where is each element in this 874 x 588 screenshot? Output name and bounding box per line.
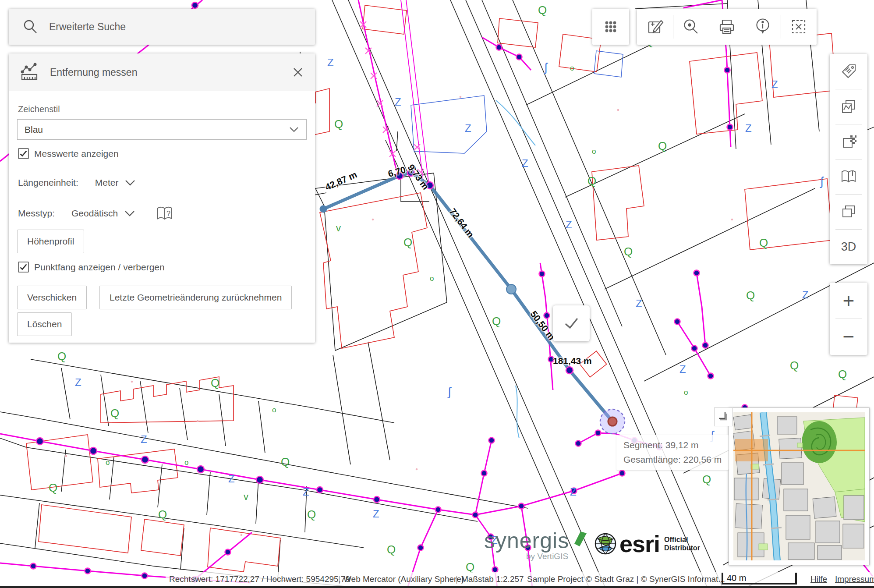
search-icon (22, 18, 39, 35)
transparency-button[interactable] (830, 124, 867, 159)
status-separator: | (456, 574, 458, 584)
zoom-in-button[interactable]: + (830, 283, 867, 319)
imprint-link[interactable]: Impressum (835, 574, 874, 584)
measure-distance-icon (19, 62, 39, 82)
minimap-canvas[interactable] (733, 412, 865, 560)
minimap-collapse-button[interactable] (714, 407, 733, 426)
measure-type-value[interactable]: Geodätisch (71, 208, 118, 219)
legend-book-icon (840, 168, 857, 185)
map-overlay-icon (840, 98, 857, 115)
chevron-down-icon[interactable] (124, 179, 136, 187)
measure-type-row: Messtyp: Geodätisch ? (18, 205, 174, 221)
map-overlay-button[interactable] (830, 89, 867, 124)
collapse-corner-icon (717, 411, 730, 424)
style-select-value: Blau (25, 124, 43, 135)
print-button[interactable] (709, 9, 745, 45)
scale-readout: Maßstab 1:2.257 (461, 574, 524, 584)
apps-menu-button[interactable] (592, 9, 629, 45)
check-icon (562, 314, 581, 333)
print-icon (717, 17, 737, 37)
synergis-leaf-icon (571, 529, 589, 548)
tag-tool-button[interactable] (830, 54, 867, 89)
confirm-measurement-button[interactable] (553, 305, 590, 341)
synergis-logo: synergis by VertiGIS (484, 528, 589, 561)
measurement-tooltip: Segment: 39,12 m Gesamtlänge: 220,56 m (616, 435, 729, 470)
check-icon (19, 149, 28, 158)
projection-label: Web Mercator (Auxiliary Sphere) (343, 574, 464, 584)
undo-geometry-button[interactable]: Letzte Geometrieänderung zurücknehmen (99, 286, 292, 309)
map-windows-button[interactable] (830, 194, 867, 229)
length-unit-value[interactable]: Meter (95, 177, 119, 188)
attribution-text: Sample Project © Stadt Graz | © SynerGIS… (527, 574, 725, 584)
side-toolbar: 3D (830, 54, 867, 264)
scale-bar: 40 m (722, 573, 797, 584)
style-select[interactable]: Blau (17, 119, 307, 140)
esri-logo: esri Official Distributor (594, 530, 700, 557)
panel-title: Entfernung messen (50, 67, 291, 78)
snap-label: Punktfang anzeigen / verbergen (34, 262, 165, 273)
esri-wordmark: esri (619, 530, 660, 557)
total-length-label: 181,43 m (553, 356, 592, 366)
3d-label: 3D (841, 240, 856, 254)
redline-edit-icon (645, 17, 665, 37)
search-bar[interactable]: Erweiterte Suche (9, 9, 315, 45)
tooltip-total: Gesamtlänge: 220,56 m (623, 453, 722, 467)
esri-distributor: Distributor (664, 544, 700, 552)
snap-nodes-on-line (396, 169, 573, 374)
zoom-out-button[interactable]: − (830, 319, 867, 354)
esri-official: Official (664, 535, 700, 544)
help-book-icon[interactable]: ? (156, 205, 174, 221)
measurement-vertices[interactable] (320, 205, 517, 294)
search-placeholder: Erweiterte Suche (49, 21, 126, 33)
synergis-byline: by VertiGIS (526, 552, 589, 561)
info-pin-icon (753, 17, 773, 37)
tooltip-segment: Segment: 39,12 m (623, 438, 722, 453)
bottom-edge-bar (0, 586, 874, 588)
svg-text:?: ? (166, 210, 170, 217)
elevation-profile-button[interactable]: Höhenprofil (17, 230, 84, 253)
clear-selection-button[interactable] (781, 9, 817, 45)
help-link[interactable]: Hilfe (810, 574, 827, 584)
delete-button[interactable]: Löschen (17, 312, 72, 336)
measure-distance-panel: Entfernung messen Zeichenstil Blau Messw… (9, 53, 315, 343)
transparency-icon (840, 133, 857, 150)
synergis-wordmark: synergis (484, 528, 569, 553)
chevron-down-icon[interactable] (124, 210, 135, 217)
length-unit-label: Längeneinheit: (18, 177, 78, 188)
clear-selection-icon (789, 17, 809, 37)
redline-edit-button[interactable] (637, 9, 673, 45)
maptip-info-button[interactable] (745, 9, 781, 45)
app-window: QQ QQ QQ QQ QQ QQ QQ QQ QQ QQ QQ vv oo o… (0, 0, 874, 588)
check-icon (19, 263, 28, 271)
close-icon[interactable] (291, 66, 304, 79)
map-windows-icon (840, 203, 857, 220)
measurement-line[interactable] (323, 173, 612, 422)
panel-header: Entfernung messen (9, 53, 315, 91)
zoom-controls: + − (830, 283, 867, 355)
style-label: Zeichenstil (18, 104, 60, 114)
scale-bar-label: 40 m (727, 573, 746, 583)
show-values-row[interactable]: Messwerte anzeigen (18, 148, 119, 159)
zoom-search-icon (681, 17, 701, 37)
overview-minimap[interactable] (729, 407, 870, 565)
chevron-down-icon (289, 126, 299, 133)
tag-icon (840, 63, 857, 80)
legend-book-button[interactable] (830, 159, 867, 194)
esri-globe-icon (594, 532, 617, 555)
length-unit-row: Längeneinheit: Meter (18, 177, 136, 188)
3d-view-button[interactable]: 3D (830, 229, 867, 264)
coordinate-readout: Rechtswert: 1717722,27 / Hochwert: 59542… (169, 574, 350, 584)
snap-checkbox[interactable] (18, 262, 29, 273)
snap-toggle-row[interactable]: Punktfang anzeigen / verbergen (18, 262, 165, 273)
zoom-search-button[interactable] (673, 9, 709, 45)
send-button[interactable]: Verschicken (17, 286, 87, 309)
map-toolbar (637, 9, 817, 45)
measure-type-label: Messtyp: (18, 208, 55, 219)
snap-cursor[interactable] (600, 409, 625, 434)
show-values-label: Messwerte anzeigen (34, 149, 119, 159)
show-values-checkbox[interactable] (18, 148, 29, 159)
status-separator: | (338, 574, 340, 584)
apps-grid-icon (601, 17, 620, 36)
